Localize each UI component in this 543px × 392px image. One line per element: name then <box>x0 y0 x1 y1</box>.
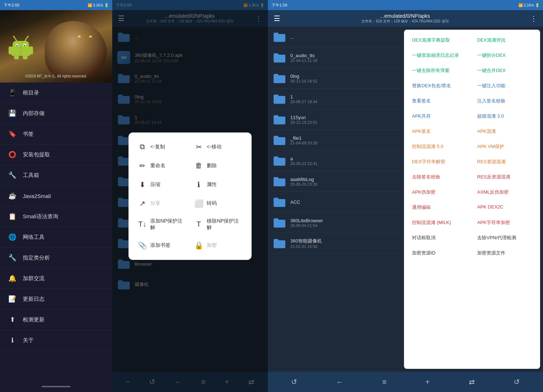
menu-item-加密资源ID[interactable]: 加密资源ID <box>407 245 472 261</box>
ctx-item-重命名[interactable]: ✏ 重命名 <box>134 157 189 174</box>
menu-item-DEX混淆对抗[interactable]: DEX混淆对抗 <box>472 33 537 48</box>
menu-item-加密资源文件[interactable]: 加密资源文件 <box>472 245 537 261</box>
menu-item-控制流混淆 5.0[interactable]: 控制流混淆 5.0 <box>407 139 472 154</box>
file-item-right[interactable]: ... <box>268 27 404 47</box>
file-icon-right <box>273 51 286 64</box>
sidebar-item-bookmark[interactable]: 🔖 书签 <box>0 124 112 144</box>
menu-item-APK共存[interactable]: APK共存 <box>407 109 472 124</box>
menu-item-DEX混淆字典提取[interactable]: DEX混淆字典提取 <box>407 33 472 48</box>
menu-item-对话框取消[interactable]: 对话框取消 <box>407 230 472 245</box>
sidebar-item-analysis[interactable]: 🔧 指定类分析 <box>0 248 112 268</box>
file-item-right[interactable]: 1 20-06-27 18:44 <box>268 89 404 109</box>
sidebar-item-group[interactable]: 🔔 加群交流 <box>0 268 112 289</box>
ctx-item-属性[interactable]: ℹ 属性 <box>191 176 246 193</box>
sidebar-label-analysis: 指定类分析 <box>23 254 50 261</box>
ctx-item-分享[interactable]: ↗ 分享 <box>134 195 189 212</box>
time-left: 下午2:00 <box>4 3 19 8</box>
sidebar-item-changelog[interactable]: 📝 更新日志 <box>0 289 112 309</box>
menu-icon-right[interactable]: ☰ <box>272 13 282 24</box>
apk-tools-menu: DEX混淆字典提取DEX混淆对抗一键添加崩溃日志记录一键拆分DEX一键去除所有弹… <box>404 30 540 369</box>
menu-item-控制流混淆 (MILK)[interactable]: 控制流混淆 (MILK) <box>407 215 472 230</box>
file-name-right: a <box>290 156 399 161</box>
swap-right[interactable]: ⇄ <box>466 375 478 389</box>
ctx-item-删除[interactable]: 🗑 删除 <box>191 157 246 174</box>
file-item-right[interactable]: 360LiteBrowser 20-09-04 21:54 <box>268 212 404 233</box>
context-menu-overlay: ⧉ <-复制 ✂ <-移动 ✏ 重命名 🗑 删除 ⬇ 压缩 ℹ 属性 ↗ 分享 … <box>112 0 268 392</box>
sidebar-item-about[interactable]: ℹ 关于 <box>0 330 112 351</box>
more-icon-right[interactable]: ⋮ <box>529 13 539 24</box>
sidebar-item-apk[interactable]: ⭕ 安装包提取 <box>0 144 112 165</box>
menu-item-APK签名[interactable]: APK签名 <box>407 124 472 139</box>
sidebar-item-root[interactable]: 📱 根目录 <box>0 83 112 103</box>
ctx-item-添加NP保护注解[interactable]: T↓ 添加NP保护注解 <box>134 214 189 235</box>
file-icon-right <box>273 30 286 43</box>
sidebar-item-checkupdate[interactable]: ⬆ 检测更新 <box>0 309 112 330</box>
sidebar-item-tools[interactable]: 🔧 工具箱 <box>0 165 112 186</box>
file-name-right: aaaMtbLog <box>290 177 399 182</box>
sidebar-item-java2smali[interactable]: ☕ Java2Smali <box>0 186 112 206</box>
menu-item-注入签名校验[interactable]: 注入签名校验 <box>472 93 537 109</box>
menu-item-一键注入功能[interactable]: 一键注入功能 <box>472 78 537 93</box>
status-bar-right: 下午1:59 📶 2.1K/s 🔋 <box>268 0 543 10</box>
ctx-label: 移除NP保护注解 <box>207 218 242 231</box>
file-item-right[interactable]: 115yun 20-11-18 23:51 <box>268 109 404 130</box>
ctx-item-加密[interactable]: 🔒 加密 <box>191 237 246 254</box>
menu-item-DEX字符串解密[interactable]: DEX字符串解密 <box>407 154 472 169</box>
analysis-icon: 🔧 <box>7 253 17 263</box>
file-item-right[interactable]: a 20-06-23 22:41 <box>268 151 404 171</box>
refresh-right[interactable]: ↺ <box>288 375 300 389</box>
menu-item-APK DEX2C[interactable]: APK DEX2C <box>472 200 537 215</box>
ctx-icon: T↓ <box>138 220 147 228</box>
menu-item-查看签名[interactable]: 查看签名 <box>407 93 472 109</box>
file-icon-right <box>273 237 286 250</box>
menu-item-APK字符串加密[interactable]: APK字符串加密 <box>472 215 537 230</box>
ctx-item-转码[interactable]: ⬜ 转码 <box>191 195 246 212</box>
menu-item-AXML反伪加密[interactable]: AXML反伪加密 <box>472 185 537 200</box>
context-menu: ⧉ <-复制 ✂ <-移动 ✏ 重命名 🗑 删除 ⬇ 压缩 ℹ 属性 ↗ 分享 … <box>129 132 252 260</box>
sidebar-item-smali[interactable]: 📋 Smali语法查询 <box>0 206 112 227</box>
menu-item-RES资源混淆[interactable]: RES资源混淆 <box>472 154 537 169</box>
menu-item-去除签名校验[interactable]: 去除签名校验 <box>407 169 472 185</box>
menu-item-一键去除所有弹窗[interactable]: 一键去除所有弹窗 <box>407 63 472 78</box>
menu-right[interactable]: ≡ <box>379 375 390 389</box>
refresh2-right[interactable]: ↺ <box>511 375 523 389</box>
file-meta-right: 20-11-18 23:51 <box>290 120 399 125</box>
file-item-right[interactable]: aaaMtbLog 20-05-29 23:26 <box>268 171 404 192</box>
menu-item-RES反资源混淆[interactable]: RES反资源混淆 <box>472 169 537 185</box>
file-item-right[interactable]: _file1 21-04-09 20:28 <box>268 130 404 151</box>
android-logo <box>7 33 34 60</box>
file-item-right[interactable]: 0_audio_tts 22-04-11 11:18 <box>268 47 404 68</box>
file-icon-right <box>273 175 286 188</box>
ctx-item-移除NP保护注解[interactable]: T 移除NP保护注解 <box>191 214 246 235</box>
menu-item-通用编辑[interactable]: 通用编辑 <box>407 200 472 215</box>
add-right[interactable]: + <box>422 375 433 389</box>
ctx-item-添加书签[interactable]: 📎 添加书签 <box>134 237 189 254</box>
file-name-right: 0log <box>290 73 399 79</box>
menu-item-APK伪加密[interactable]: APK伪加密 <box>407 185 472 200</box>
back-right[interactable]: ← <box>333 375 346 389</box>
menu-item-APK混淆[interactable]: APK混淆 <box>472 124 537 139</box>
file-item-right[interactable]: ACC <box>268 192 404 212</box>
file-name-right: 1 <box>290 94 399 100</box>
ctx-item-<-移动[interactable]: ✂ <-移动 <box>191 138 246 156</box>
file-meta-right: 20-06-27 18:44 <box>290 100 399 104</box>
sidebar-label-network: 网络工具 <box>23 234 45 241</box>
file-meta-right: 20-06-23 22:41 <box>290 161 399 166</box>
svg-rect-12 <box>14 55 19 59</box>
ctx-icon: ✂ <box>194 143 203 151</box>
menu-item-超级混淆 3.0[interactable]: 超级混淆 3.0 <box>472 109 537 124</box>
ctx-item-压缩[interactable]: ⬇ 压缩 <box>134 176 189 193</box>
right-content: ... 0_audio_tts 22-04-11 11:18 0log 20-1… <box>268 27 543 372</box>
menu-item-一键合并DEX[interactable]: 一键合并DEX <box>472 63 537 78</box>
menu-item-一键拆分DEX[interactable]: 一键拆分DEX <box>472 48 537 63</box>
menu-item-APK VM保护[interactable]: APK VM保护 <box>472 139 537 154</box>
menu-item-去除VPN/代理检测[interactable]: 去除VPN/代理检测 <box>472 230 537 245</box>
checkupdate-icon: ⬆ <box>7 315 17 325</box>
file-item-right[interactable]: 0log 20-11-16 18:52 <box>268 68 404 89</box>
menu-item-一键添加崩溃日志记录[interactable]: 一键添加崩溃日志记录 <box>407 48 472 63</box>
sidebar-item-internal[interactable]: 💾 内部存储 <box>0 103 112 124</box>
menu-item-替换DEX包名/类名[interactable]: 替换DEX包名/类名 <box>407 78 472 93</box>
ctx-item-<-复制[interactable]: ⧉ <-复制 <box>134 138 189 156</box>
sidebar-item-network[interactable]: 🌐 网络工具 <box>0 227 112 248</box>
file-item-right[interactable]: 360智能摄像机 21-01-01 15:56 <box>268 233 404 254</box>
